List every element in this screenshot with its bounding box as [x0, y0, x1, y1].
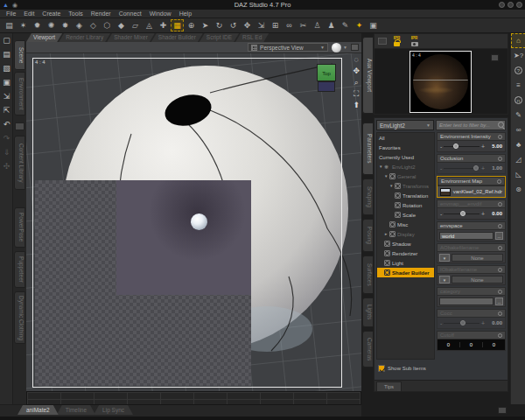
menu-window[interactable]: Window	[146, 10, 175, 17]
tab-shader-builder[interactable]: Shader Builder	[151, 33, 203, 42]
browse-button[interactable]: ...	[495, 232, 503, 240]
tab-render-library[interactable]: Render Library	[59, 33, 110, 42]
tab-parameters[interactable]: Parameters	[362, 122, 374, 175]
create-dformer-icon[interactable]: ◬	[143, 19, 156, 32]
show-sub-items-checkbox[interactable]: Show Sub Items	[378, 365, 426, 372]
tab-surfaces[interactable]: Surfaces	[362, 256, 374, 294]
tree-item-transforms[interactable]: ▼Transforms	[377, 181, 434, 191]
tab-environment[interactable]: Environment	[14, 72, 25, 116]
tab-dynamic-clothing[interactable]: Dynamic Clothing	[14, 291, 25, 344]
menu-create[interactable]: Create	[38, 10, 64, 17]
tree-item-rotation[interactable]: Rotation	[377, 200, 434, 210]
io-bake-value[interactable]: None	[452, 276, 503, 284]
about-icon[interactable]: n	[511, 93, 525, 108]
category-field[interactable]	[439, 298, 494, 305]
tab-content-library[interactable]: Content Library	[14, 136, 25, 190]
close-button[interactable]	[516, 2, 522, 8]
tree-item-general[interactable]: ▼General	[377, 172, 434, 181]
tree-item-light[interactable]: Light	[377, 258, 434, 268]
menu-tools[interactable]: Tools	[65, 10, 86, 17]
tab-lip-sync[interactable]: Lip Sync	[94, 405, 133, 415]
pan-control-icon[interactable]: ✥	[353, 66, 360, 76]
aux-viewport-view[interactable]: 4 : 4	[374, 49, 508, 114]
key-tool-icon[interactable]: ✦	[353, 19, 366, 32]
viewport-canvas[interactable]: 4 : 4 Top ◌ ✥ ⌕ ⛶ ⬆	[26, 53, 361, 391]
customize-icon[interactable]: ✎	[511, 108, 525, 122]
create-distant-light-icon[interactable]: ✹	[31, 19, 44, 32]
cutoff-color-widget[interactable]: 0 0 0	[437, 340, 506, 351]
tab-lights[interactable]: Lights	[362, 298, 374, 327]
surface-brush-icon[interactable]: ✎	[339, 19, 352, 32]
export-icon[interactable]: ⇱	[0, 103, 13, 117]
pose-arm2-icon[interactable]: ◺	[511, 167, 525, 182]
menu-connect[interactable]: Connect	[116, 10, 145, 17]
menu-help[interactable]: Help	[176, 10, 195, 17]
param-gear-icon[interactable]	[498, 224, 502, 228]
param-gear-icon[interactable]	[498, 290, 502, 294]
tab-animate2[interactable]: aniMate2	[18, 405, 59, 415]
envdif-slider[interactable]: -+ 0.00	[437, 208, 506, 220]
create-magnet-icon[interactable]: ✚	[157, 19, 170, 32]
view-cube-front-face[interactable]	[318, 81, 335, 92]
draw-style-chevron-icon[interactable]: ▼	[343, 45, 347, 50]
environment-map-chooser[interactable]: vanKleef_02_Ref.hdr	[438, 186, 505, 197]
tree-item-envlight2[interactable]: ▼❋EnvLight2	[377, 162, 434, 172]
create-plane-icon[interactable]: ▱	[129, 19, 142, 32]
scale-tool-icon[interactable]: ⇲	[255, 19, 268, 32]
menu-render[interactable]: Render	[88, 10, 115, 17]
tree-item-currently-used[interactable]: Currently Used	[377, 152, 434, 162]
tree-item-favorites[interactable]: Favorites	[377, 143, 434, 152]
create-point-light-icon[interactable]: ✸	[59, 19, 72, 32]
new-scene-icon[interactable]: ▤	[3, 19, 16, 32]
tree-item-display[interactable]: ►Display	[377, 229, 434, 239]
merge-file-icon[interactable]: ▧	[0, 61, 13, 75]
create-primitive-icon[interactable]: ◆	[115, 19, 128, 32]
param-gear-icon[interactable]	[498, 312, 502, 316]
tab-powerpose[interactable]: PowerPose	[14, 207, 25, 248]
minimize-button[interactable]	[499, 2, 505, 8]
dropdown-button[interactable]: ▼	[439, 276, 450, 284]
occlusion-slider[interactable]: -+ 1.00	[437, 163, 506, 174]
aux-pane-menu-icon[interactable]	[491, 54, 499, 61]
frame-control-icon[interactable]: ⛶	[354, 89, 359, 99]
ipr-camera-button[interactable]: IPR	[407, 35, 422, 47]
redo-icon[interactable]: ↷	[0, 131, 13, 145]
rotate-tool-icon[interactable]: ↻	[213, 19, 226, 32]
node-selector[interactable]: EnvLight2 ▼	[376, 120, 434, 130]
aux-layers-icon[interactable]	[378, 38, 387, 45]
animate-strip[interactable]	[26, 391, 361, 405]
tab-puppeteer[interactable]: Puppeteer	[14, 251, 25, 288]
download-icon[interactable]: ⇓	[0, 145, 13, 159]
universal-tool-icon[interactable]: ⊕	[185, 19, 198, 32]
create-node-icon[interactable]: ◈	[73, 19, 86, 32]
pane-menu-icon[interactable]	[15, 122, 24, 130]
param-gear-icon[interactable]	[498, 268, 502, 272]
tab-posing[interactable]: Posing	[362, 219, 374, 252]
dropdown-button[interactable]: ▼	[439, 254, 450, 262]
tree-item-all[interactable]: All	[377, 133, 434, 143]
translate-tool-icon[interactable]: ✥	[241, 19, 254, 32]
ao-bake-value[interactable]: None	[452, 254, 503, 262]
tree-item-shader-builder[interactable]: Shader Builder	[377, 268, 434, 277]
param-gear-icon[interactable]	[498, 202, 502, 206]
filter-input[interactable]	[436, 120, 506, 130]
zoom-control-icon[interactable]: ⌕	[354, 78, 359, 88]
reset-control-icon[interactable]: ⬆	[353, 101, 360, 110]
render-icon[interactable]: ▣	[367, 19, 380, 32]
tree-item-misc[interactable]: Misc	[377, 220, 434, 229]
plant-icon[interactable]: ♣	[511, 137, 525, 152]
camera-selector[interactable]: Perspective View ▼	[248, 43, 328, 52]
install-icon[interactable]: ✣	[0, 159, 13, 173]
envspace-field[interactable]: world	[439, 232, 494, 240]
browse-button[interactable]: ...	[495, 298, 503, 305]
create-null-icon[interactable]: ◇	[87, 19, 100, 32]
tab-shader-mixer[interactable]: Shader Mixer	[107, 33, 155, 42]
tab-timeline[interactable]: Timeline	[57, 405, 95, 415]
tab-cameras[interactable]: Cameras	[362, 331, 374, 368]
view-cube[interactable]: Top	[317, 64, 336, 92]
tree-item-scale[interactable]: Scale	[377, 210, 434, 220]
new-file-icon[interactable]: ▢	[0, 33, 13, 47]
globe-icon[interactable]: ⊛	[511, 182, 525, 197]
import-icon[interactable]: ⇲	[0, 89, 13, 103]
cocc-slider[interactable]: -+ 0.00	[437, 318, 506, 329]
